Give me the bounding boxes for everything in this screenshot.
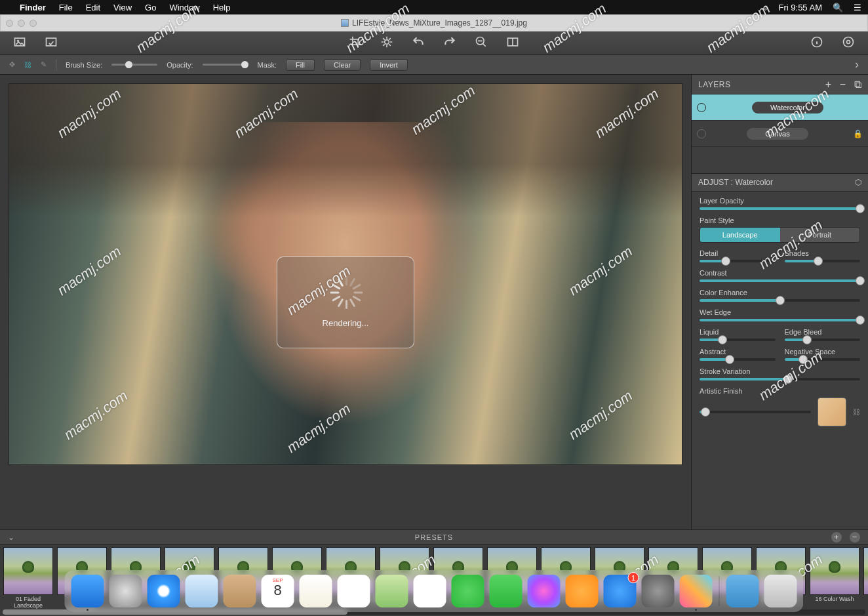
dock-itunes-icon[interactable] [528,575,561,607]
main-toolbar [0,31,868,55]
save-image-icon[interactable] [45,35,58,51]
dock-downloads-icon[interactable] [726,575,759,607]
menubar-clock[interactable]: Fri 9:55 AM [779,3,822,12]
notification-center-icon[interactable]: ☰ [854,3,861,12]
brush-tool-icon[interactable]: ✎ [41,60,47,69]
adjust-icon[interactable] [380,35,393,51]
dock-maps-icon[interactable] [376,575,408,607]
dock-facetime-icon[interactable] [490,575,523,607]
menu-file[interactable]: File [59,3,73,12]
wet-edge-slider[interactable] [700,319,860,321]
opacity-slider[interactable] [203,64,248,66]
dock-launchpad-icon[interactable] [109,575,142,607]
dock-finder-icon[interactable] [71,575,104,607]
brush-size-slider[interactable] [111,64,157,66]
preset-remove-icon[interactable]: − [850,532,860,543]
traffic-lights[interactable] [6,20,37,27]
svg-point-8 [847,40,850,43]
layer-row-canvas[interactable]: Canvas 🔒 [692,121,868,147]
collapse-panel-icon[interactable]: › [855,58,859,72]
dock-notes-icon[interactable] [300,575,332,607]
settings-icon[interactable] [842,35,855,51]
dock-jixipix-icon[interactable] [680,575,713,607]
window-titlebar: LIFEstyle_News_MiXture_Images_1287__019.… [0,14,868,31]
dock-messages-icon[interactable] [452,575,484,607]
badge: 1 [628,572,639,583]
dock-mail-icon[interactable] [186,575,218,607]
layer-opacity-label: Layer Opacity [700,197,860,205]
dock-reminders-icon[interactable] [338,575,370,607]
compare-icon[interactable] [506,35,519,51]
crop-icon[interactable] [349,35,362,51]
paint-style-label: Paint Style [700,216,860,224]
dock-appstore-icon[interactable]: 1 [604,575,637,607]
menuextra-icon[interactable]: ⟐ [763,3,768,12]
edge-bleed-label: Edge Bleed [785,328,861,336]
dock-ibooks-icon[interactable] [566,575,599,607]
presets-collapse-icon[interactable]: ⌄ [8,533,15,542]
wet-edge-label: Wet Edge [700,308,860,316]
contrast-slider[interactable] [700,279,860,282]
abstract-slider[interactable] [700,358,776,361]
mask-invert-button[interactable]: Invert [370,59,408,71]
svg-point-7 [844,37,854,47]
dock-photos-icon[interactable] [414,575,446,607]
paint-style-segment[interactable]: Landscape Portrait [700,227,860,243]
preset-item[interactable]: 17 [863,547,868,609]
randomize-icon[interactable]: ⬡ [855,178,861,187]
menu-help[interactable]: Help [213,3,231,12]
preset-item[interactable]: 16 Color Wash [809,547,860,609]
visibility-toggle-icon[interactable] [697,103,706,112]
zoom-out-icon[interactable] [475,35,488,51]
negative-space-slider[interactable] [785,358,861,361]
menubar-app[interactable]: Finder [20,3,46,12]
segment-landscape[interactable]: Landscape [700,228,780,242]
move-tool-icon[interactable]: ✥ [9,60,15,69]
preset-label: 01 Faded Landscape [3,596,54,609]
canvas-area[interactable]: Rendering... [0,75,691,529]
preset-thumb [810,547,859,595]
contrast-label: Contrast [700,269,860,277]
layer-opacity-slider[interactable] [700,207,860,210]
mask-fill-button[interactable]: Fill [286,59,315,71]
info-icon[interactable] [810,35,823,51]
menu-window[interactable]: Window [169,3,199,12]
detail-label: Detail [700,249,776,257]
add-layer-icon[interactable]: + [825,79,832,91]
visibility-toggle-icon[interactable] [697,129,706,138]
preset-label: 16 Color Wash [815,596,854,609]
adjust-body: Layer Opacity Paint Style Landscape Port… [692,192,868,529]
layer-row-watercolor[interactable]: Watercolor [692,94,868,121]
detail-slider[interactable] [700,260,776,262]
spotlight-icon[interactable]: 🔍 [833,3,843,12]
menu-view[interactable]: View [113,3,132,12]
color-enhance-slider[interactable] [700,299,860,302]
liquid-slider[interactable] [700,339,776,341]
redo-icon[interactable] [443,35,456,51]
menu-go[interactable]: Go [145,3,156,12]
preset-item[interactable]: 01 Faded Landscape [3,547,54,609]
preset-add-icon[interactable]: + [831,532,842,543]
artistic-finish-slider[interactable] [700,411,811,413]
document-icon [341,19,349,27]
open-image-icon[interactable] [13,35,26,51]
stroke-variation-label: Stroke Variation [700,367,860,375]
edge-bleed-slider[interactable] [785,339,861,341]
duplicate-layer-icon[interactable]: ⧉ [854,79,862,91]
undo-icon[interactable] [412,35,425,51]
liquid-label: Liquid [700,328,776,336]
link-tool-icon[interactable]: ⛓ [24,61,31,69]
remove-layer-icon[interactable]: − [840,79,846,91]
finish-link-icon[interactable]: ⛓ [853,408,860,416]
finish-swatch[interactable] [818,398,846,426]
dock-preferences-icon[interactable] [642,575,675,607]
stroke-variation-slider[interactable] [700,378,860,380]
menu-edit[interactable]: Edit [86,3,100,12]
dock-contacts-icon[interactable] [224,575,256,607]
dock-trash-icon[interactable] [764,575,797,607]
shades-slider[interactable] [785,260,861,262]
segment-portrait[interactable]: Portrait [780,228,860,242]
dock-safari-icon[interactable] [148,575,180,607]
dock-calendar-icon[interactable]: SEP8 [262,575,294,607]
mask-clear-button[interactable]: Clear [324,59,361,71]
